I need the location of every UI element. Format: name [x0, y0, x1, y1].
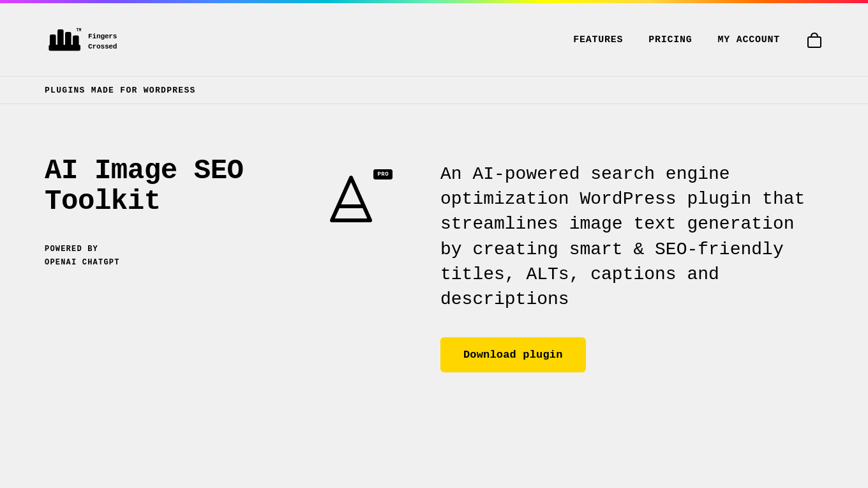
header: TM Fingers Crossed FEATURES PRICING MY A… — [0, 3, 868, 77]
features-link[interactable]: FEATURES — [573, 34, 623, 45]
plugin-icon — [329, 174, 373, 225]
description-text: An AI-powered search engine optimization… — [440, 162, 823, 312]
logo: TM Fingers Crossed — [45, 17, 147, 62]
nav: FEATURES PRICING MY ACCOUNT — [573, 31, 823, 49]
svg-text:TM: TM — [77, 28, 82, 33]
powered-by-line2: OPENAI CHATGPT — [45, 258, 120, 267]
my-account-link[interactable]: MY ACCOUNT — [717, 34, 780, 45]
main-content: AI Image SEO Toolkit POWERED BY OPENAI C… — [0, 104, 868, 462]
svg-rect-1 — [57, 29, 64, 47]
plugin-icon-container: PRO — [329, 174, 373, 229]
plugin-title: AI Image SEO Toolkit — [45, 155, 287, 217]
left-section: AI Image SEO Toolkit POWERED BY OPENAI C… — [45, 155, 287, 270]
download-plugin-button[interactable]: Download plugin — [440, 337, 586, 372]
breadcrumb: PLUGINS MADE FOR WORDPRESS — [45, 86, 196, 95]
logo-area[interactable]: TM Fingers Crossed — [45, 17, 147, 62]
svg-text:Crossed: Crossed — [88, 43, 117, 50]
powered-by: POWERED BY OPENAI CHATGPT — [45, 243, 287, 270]
cart-icon[interactable] — [805, 31, 823, 49]
right-section: An AI-powered search engine optimization… — [415, 155, 823, 372]
shopping-bag-icon — [805, 31, 823, 49]
svg-rect-4 — [49, 45, 80, 51]
svg-rect-8 — [808, 37, 821, 47]
pricing-link[interactable]: PRICING — [648, 34, 692, 45]
svg-text:Fingers: Fingers — [88, 33, 117, 40]
powered-by-line1: POWERED BY — [45, 245, 98, 254]
icon-area: PRO — [287, 155, 415, 229]
svg-marker-9 — [332, 178, 370, 220]
breadcrumb-bar: PLUGINS MADE FOR WORDPRESS — [0, 77, 868, 104]
pro-badge: PRO — [373, 169, 393, 179]
